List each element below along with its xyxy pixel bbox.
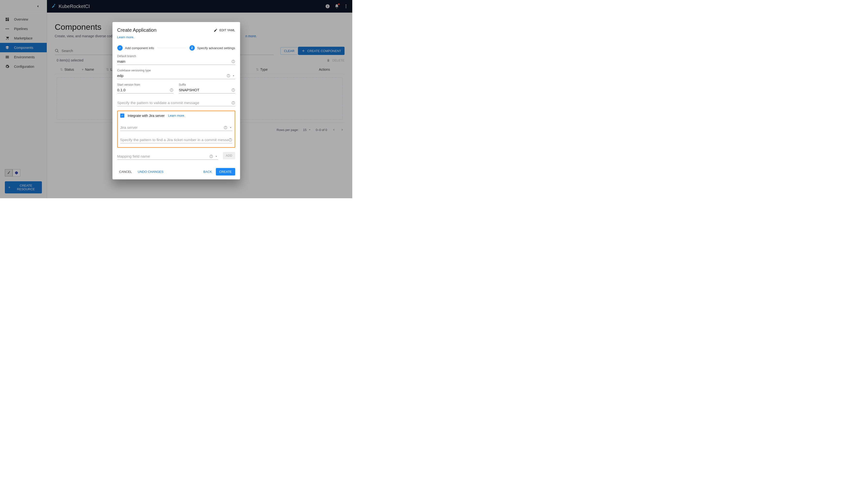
info-icon[interactable] [231,88,235,92]
step-1-label: Add component info [125,46,154,50]
add-mapping-button: ADD [223,152,235,159]
dialog-learn-more-link[interactable]: Learn more. [117,35,134,39]
dialog-header: Create Application EDIT YAML [117,27,235,33]
input-start-version[interactable] [117,88,170,92]
info-icon[interactable] [223,126,227,130]
undo-changes-button[interactable]: UNDO CHANGES [136,168,165,175]
step-1[interactable]: Add component info [117,45,154,51]
dialog-actions: CANCEL UNDO CHANGES BACK CREATE [117,168,235,175]
chevron-down-icon[interactable] [229,126,232,129]
input-suffix[interactable] [179,88,231,92]
field-jira-server [120,124,232,131]
check-icon [117,45,123,51]
label-start-version: Start version from [117,83,174,87]
jira-checkbox[interactable] [120,113,124,118]
create-button[interactable]: CREATE [216,168,235,175]
select-versioning[interactable]: edp [117,73,226,78]
jira-learn-more-link[interactable]: Learn more. [168,114,185,118]
mapping-row: ADD [117,152,235,160]
input-default-branch[interactable] [117,59,231,64]
field-jira-pattern [120,137,232,143]
info-icon[interactable] [210,155,213,158]
info-icon[interactable] [228,138,232,142]
info-icon[interactable] [226,74,230,78]
field-commit-pattern [117,100,235,106]
dialog-title: Create Application [117,27,156,33]
svg-point-18 [228,75,228,75]
pencil-icon [214,28,217,32]
input-commit-pattern[interactable] [117,101,231,105]
field-default-branch: Default branch [117,55,235,65]
jira-integration-section: Integrate with Jira server Learn more. [117,110,235,148]
step-2[interactable]: 2 Specify advanced settings [189,45,235,51]
step-2-label: Specify advanced settings [197,46,235,50]
chevron-down-icon[interactable] [215,155,218,158]
field-suffix: Suffix [179,83,235,93]
edit-yaml-label: EDIT YAML [219,29,235,32]
step-2-badge: 2 [189,45,195,51]
chevron-down-icon[interactable] [232,74,235,77]
stepper: Add component info 2 Specify advanced se… [117,45,235,51]
cancel-button[interactable]: CANCEL [117,168,134,175]
select-mapping-field[interactable] [117,154,210,159]
jira-checkbox-label: Integrate with Jira server [128,114,165,118]
label-suffix: Suffix [179,83,235,87]
info-icon[interactable] [231,60,235,63]
field-start-version: Start version from [117,83,174,93]
input-jira-pattern[interactable] [120,138,228,142]
label-default-branch: Default branch [117,55,235,58]
info-icon[interactable] [231,101,235,105]
edit-yaml-button[interactable]: EDIT YAML [214,28,235,32]
label-versioning: Codebase versioning type [117,69,235,72]
svg-point-30 [225,127,225,127]
field-mapping [117,153,218,160]
create-application-dialog: Create Application EDIT YAML Learn more.… [112,22,240,180]
info-icon[interactable] [170,88,174,92]
step-connector [157,48,186,48]
field-versioning: Codebase versioning type edp [117,69,235,79]
select-jira-server[interactable] [120,125,223,130]
back-button[interactable]: BACK [202,168,214,175]
svg-point-24 [233,89,233,89]
